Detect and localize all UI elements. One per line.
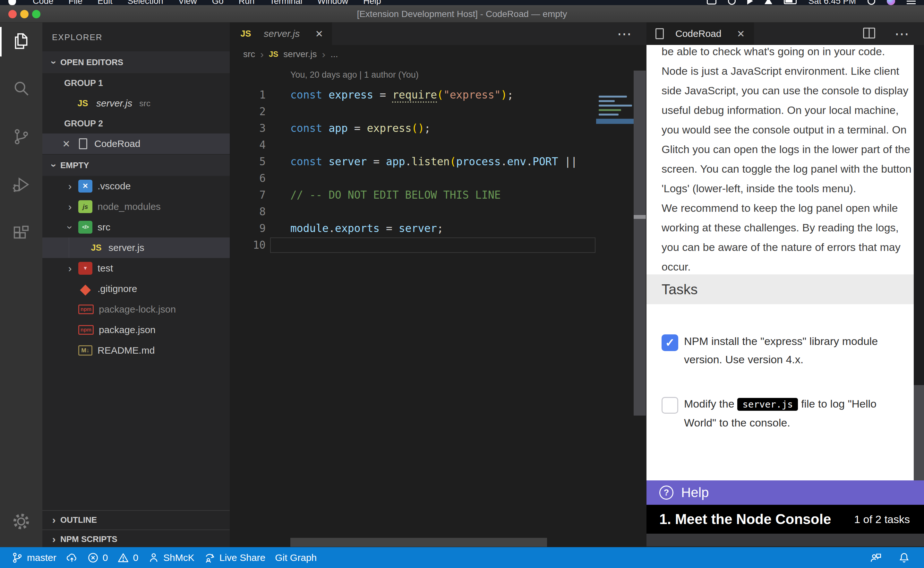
git-graph-button[interactable]: Git Graph xyxy=(275,552,317,563)
tasks-header-label: Tasks xyxy=(662,281,698,298)
chevron-icon: › xyxy=(64,219,76,236)
lesson-footer[interactable]: 1. Meet the Node Console 1 of 2 tasks xyxy=(647,505,924,534)
tree-item-test[interactable]: ›▼test xyxy=(42,258,230,278)
activity-bar xyxy=(0,23,42,547)
close-tab-icon[interactable]: ✕ xyxy=(315,28,323,39)
tree-item-package-lock-json[interactable]: npmpackage-lock.json xyxy=(42,299,230,320)
more-actions-icon[interactable]: ⋯ xyxy=(617,25,632,42)
extensions-icon[interactable] xyxy=(0,216,42,252)
codelens-annotation[interactable]: You, 20 days ago | 1 author (You) xyxy=(290,70,419,80)
editor-actions: ⋯ xyxy=(617,23,632,45)
menu-item-help[interactable]: Help xyxy=(363,0,381,5)
chevron-icon: › xyxy=(62,201,78,213)
spotlight-icon[interactable] xyxy=(868,0,875,5)
breadcrumb-src[interactable]: src xyxy=(243,49,255,59)
more-actions-icon[interactable]: ⋯ xyxy=(894,25,910,42)
siri-icon[interactable] xyxy=(887,0,895,5)
control-center-icon[interactable] xyxy=(907,0,916,4)
menu-item-run[interactable]: Run xyxy=(239,0,255,5)
code-text: const server = app.listen(process.env.PO… xyxy=(290,153,577,170)
menu-item-edit[interactable]: Edit xyxy=(98,0,113,5)
lesson-progress: 1 of 2 tasks xyxy=(854,513,910,526)
menu-bar-clock[interactable]: Sat 6:45 PM xyxy=(808,0,856,5)
npm-scripts-section-header[interactable]: › NPM SCRIPTS xyxy=(42,529,230,547)
notifications-bell[interactable] xyxy=(898,552,910,563)
settings-gear-icon[interactable] xyxy=(0,504,42,539)
tree-item--gitignore[interactable]: ◆.gitignore xyxy=(42,278,230,299)
menu-item-selection[interactable]: Selection xyxy=(128,0,163,5)
status-circle-icon[interactable] xyxy=(728,0,736,5)
feedback-button[interactable] xyxy=(870,552,882,563)
vpn-status-icon[interactable] xyxy=(764,0,772,4)
menu-item-window[interactable]: Window xyxy=(317,0,348,5)
webview-scrollbar-thumb[interactable] xyxy=(914,385,924,480)
open-editor-coderoad[interactable]: ✕CodeRoad xyxy=(42,133,230,154)
menu-item-view[interactable]: View xyxy=(178,0,197,5)
close-icon[interactable]: ✕ xyxy=(62,138,79,150)
horizontal-scrollbar[interactable] xyxy=(290,538,547,547)
tree-item-server-js[interactable]: JSserver.js xyxy=(42,237,230,258)
search-icon[interactable] xyxy=(0,71,42,106)
coderoad-webview: be able to check what's going on in your… xyxy=(647,45,924,546)
line-number: 6 xyxy=(230,170,266,187)
menu-item-terminal[interactable]: Terminal xyxy=(270,0,302,5)
apple-menu-icon[interactable] xyxy=(8,0,16,5)
js-icon: JS xyxy=(239,27,253,40)
sync-button[interactable] xyxy=(66,552,78,563)
menu-item-file[interactable]: File xyxy=(69,0,83,5)
person-icon xyxy=(148,552,160,563)
code-line: 8 xyxy=(230,204,596,220)
vertical-scrollbar[interactable] xyxy=(634,71,646,415)
code-editor[interactable]: 1const express = require("express");23co… xyxy=(230,87,596,254)
chevron-icon: › xyxy=(62,263,78,274)
help-bar[interactable]: ? Help xyxy=(647,480,924,505)
open-editors-list: GROUP 1JSserver.jssrcGROUP 2✕CodeRoad xyxy=(42,73,230,154)
live-share-button[interactable]: Live Share xyxy=(204,552,265,563)
task-checkbox[interactable] xyxy=(662,397,678,414)
source-control-icon[interactable] xyxy=(0,119,42,154)
split-editor-icon[interactable] xyxy=(862,26,877,42)
explorer-icon[interactable] xyxy=(0,23,42,59)
tree-item-node-modules[interactable]: ›jsnode_modules xyxy=(42,196,230,217)
breadcrumb-file[interactable]: server.js xyxy=(283,49,317,59)
menu-item-code[interactable]: Code xyxy=(33,0,54,5)
sidebar-title: EXPLORER xyxy=(42,23,102,51)
panel-bottom-strip xyxy=(647,534,924,546)
task-item: Modify the server.js file to log "Hello … xyxy=(647,397,914,432)
task-checkbox[interactable]: ✓ xyxy=(662,334,678,351)
src-icon: </> xyxy=(78,221,92,234)
close-tab-icon[interactable]: ✕ xyxy=(737,28,745,39)
minimap[interactable] xyxy=(596,63,634,512)
tree-item--vscode[interactable]: ›✕.vscode xyxy=(42,176,230,196)
branch-indicator[interactable]: master xyxy=(12,552,56,563)
file-tree: ›✕.vscode›jsnode_modules›</>srcJSserver.… xyxy=(42,176,230,361)
workspace-section-header[interactable]: › EMPTY xyxy=(42,155,230,176)
status-label: ShMcK xyxy=(163,552,194,563)
menu-item-go[interactable]: Go xyxy=(212,0,224,5)
play-status-icon[interactable] xyxy=(747,0,753,5)
line-number: 8 xyxy=(230,204,266,220)
breadcrumb-symbol[interactable]: ... xyxy=(330,49,338,59)
run-debug-icon[interactable] xyxy=(0,167,42,202)
coderoad-paragraph: We recommend to keep the log panel open … xyxy=(662,198,914,276)
open-editors-header[interactable]: › OPEN EDITORS xyxy=(42,51,230,73)
tree-label: server.js xyxy=(109,242,145,253)
battery-icon[interactable] xyxy=(784,0,797,4)
panel-actions: ⋯ xyxy=(862,23,910,45)
outline-section-header[interactable]: › OUTLINE xyxy=(42,510,230,529)
tab-server-js[interactable]: JS server.js ✕ xyxy=(230,23,332,45)
display-icon[interactable] xyxy=(707,0,716,5)
tree-item-readme-md[interactable]: M↓README.md xyxy=(42,340,230,361)
js-icon: JS xyxy=(76,97,90,110)
feedback-icon xyxy=(870,552,882,563)
tab-coderoad[interactable]: CodeRoad ✕ xyxy=(647,23,754,45)
status-bar-right xyxy=(870,552,910,563)
errors-count[interactable]: 0 xyxy=(87,552,108,563)
warnings-count[interactable]: 0 xyxy=(118,552,138,563)
tree-item-package-json[interactable]: npmpackage.json xyxy=(42,320,230,340)
account-shmck[interactable]: ShMcK xyxy=(148,552,194,563)
open-editor-server.js[interactable]: JSserver.jssrc xyxy=(42,93,230,113)
tree-item-src[interactable]: ›</>src xyxy=(42,217,230,237)
open-editors-label: OPEN EDITORS xyxy=(60,57,123,67)
scrollbar-handle[interactable] xyxy=(634,215,646,219)
